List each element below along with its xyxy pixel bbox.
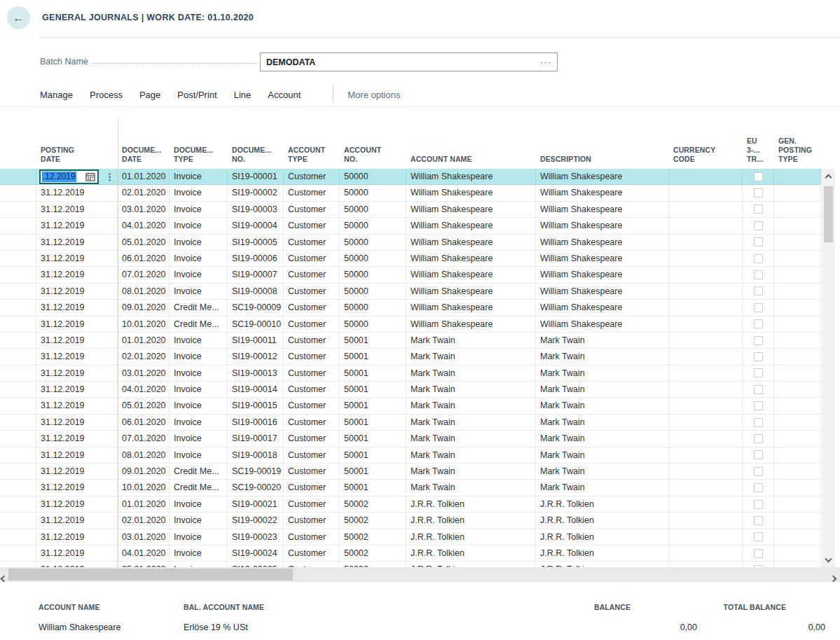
cell-account-no[interactable]: 50002 [340, 529, 406, 545]
cell-doc-date[interactable]: 09.01.2020 [118, 464, 170, 480]
cell-doc-type[interactable]: Invoice [170, 447, 228, 464]
table-row[interactable]: 31.12.201904.01.2020InvoiceSI19-00004Cus… [0, 218, 821, 234]
cell-doc-no[interactable]: SI19-00016 [228, 415, 284, 431]
column-header-account-no[interactable]: ACCOUNTNO. [340, 146, 406, 169]
cell-gen-posting-type[interactable] [774, 513, 821, 529]
cell-eu-3-party-trade[interactable] [743, 202, 774, 218]
cell-doc-date[interactable]: 08.01.2020 [118, 284, 170, 300]
cell-eu-3-party-trade[interactable] [743, 382, 774, 398]
cell-account-no[interactable]: 50000 [340, 202, 406, 218]
eu-3-party-trade-checkbox[interactable] [754, 204, 763, 214]
cell-description[interactable]: William Shakespeare [536, 284, 669, 300]
cell-posting-date[interactable]: 31.12.2019 [36, 284, 118, 300]
cell-eu-3-party-trade[interactable] [743, 545, 774, 562]
cell-currency-code[interactable] [669, 513, 743, 529]
eu-3-party-trade-checkbox[interactable] [754, 385, 763, 394]
cell-eu-3-party-trade[interactable] [743, 513, 774, 529]
cell-account-name[interactable]: J.R.R. Tolkien [406, 545, 536, 562]
cell-description[interactable]: Mark Twain [536, 447, 669, 464]
cell-gen-posting-type[interactable] [774, 349, 821, 365]
cell-posting-date[interactable]: 31.12.2019 [36, 218, 118, 234]
cell-eu-3-party-trade[interactable] [743, 415, 774, 431]
cell-doc-no[interactable]: SI19-00024 [228, 545, 284, 562]
cell-description[interactable]: Mark Twain [536, 366, 669, 382]
cell-doc-type[interactable]: Invoice [170, 267, 228, 283]
cell-doc-type[interactable]: Invoice [170, 529, 228, 545]
cell-doc-type[interactable]: Invoice [170, 284, 228, 300]
cell-posting-date[interactable]: 31.12.2019 [36, 513, 118, 529]
cell-posting-date[interactable]: .12.2019⋮ [36, 169, 118, 185]
cell-currency-code[interactable] [669, 464, 743, 480]
cell-doc-type[interactable]: Credit Me... [170, 464, 228, 480]
cell-eu-3-party-trade[interactable] [743, 185, 774, 201]
cell-description[interactable]: J.R.R. Tolkien [536, 513, 669, 529]
cell-doc-type[interactable]: Invoice [170, 185, 228, 201]
cell-account-name[interactable]: J.R.R. Tolkien [406, 529, 536, 545]
cell-doc-type[interactable]: Invoice [170, 496, 228, 513]
cell-doc-no[interactable]: SI19-00018 [228, 447, 284, 464]
cell-account-name[interactable]: William Shakespeare [406, 284, 536, 300]
cell-currency-code[interactable] [669, 218, 743, 234]
table-row[interactable]: 31.12.201903.01.2020InvoiceSI19-00013Cus… [0, 366, 821, 382]
posting-date-edit-input[interactable]: .12.2019 [39, 169, 99, 184]
cell-doc-no[interactable]: SC19-00010 [228, 316, 284, 333]
back-button[interactable]: ← [7, 6, 30, 29]
cell-account-name[interactable]: William Shakespeare [406, 267, 536, 283]
table-row[interactable]: 31.12.201906.01.2020InvoiceSI19-00006Cus… [0, 251, 821, 267]
cell-doc-date[interactable]: 06.01.2020 [118, 415, 170, 431]
cell-eu-3-party-trade[interactable] [743, 349, 774, 365]
table-row[interactable]: 31.12.201904.01.2020InvoiceSI19-00024Cus… [0, 545, 821, 562]
cell-account-name[interactable]: Mark Twain [406, 480, 536, 496]
table-row[interactable]: 31.12.201903.01.2020InvoiceSI19-00003Cus… [0, 202, 821, 218]
eu-3-party-trade-checkbox[interactable] [754, 418, 763, 427]
cell-doc-date[interactable]: 04.01.2020 [118, 545, 170, 562]
scroll-down-icon[interactable] [822, 552, 835, 566]
cell-gen-posting-type[interactable] [774, 415, 821, 431]
eu-3-party-trade-checkbox[interactable] [754, 336, 763, 345]
cell-account-type[interactable]: Customer [284, 447, 340, 464]
cell-currency-code[interactable] [669, 333, 743, 349]
cell-doc-date[interactable]: 01.01.2020 [118, 169, 170, 185]
cell-doc-type[interactable]: Invoice [170, 366, 228, 382]
cell-eu-3-party-trade[interactable] [743, 496, 774, 513]
eu-3-party-trade-checkbox[interactable] [754, 401, 763, 410]
cell-doc-type[interactable]: Invoice [170, 202, 228, 218]
cell-account-name[interactable]: J.R.R. Tolkien [406, 562, 536, 567]
cell-description[interactable]: William Shakespeare [536, 316, 669, 333]
cell-eu-3-party-trade[interactable] [743, 431, 774, 447]
cell-currency-code[interactable] [669, 284, 743, 300]
table-row[interactable]: 31.12.201902.01.2020InvoiceSI19-00022Cus… [0, 513, 821, 529]
cell-eu-3-party-trade[interactable] [743, 333, 774, 349]
cell-doc-type[interactable]: Invoice [170, 382, 228, 398]
cell-account-name[interactable]: Mark Twain [406, 398, 536, 414]
cell-description[interactable]: Mark Twain [536, 431, 669, 447]
cell-doc-no[interactable]: SC19-00020 [228, 480, 284, 496]
cell-doc-no[interactable]: SI19-00012 [228, 349, 284, 365]
cell-eu-3-party-trade[interactable] [743, 218, 774, 234]
cell-eu-3-party-trade[interactable] [743, 529, 774, 545]
table-row[interactable]: 31.12.201905.01.2020InvoiceSI19-00005Cus… [0, 235, 821, 251]
cell-account-type[interactable]: Customer [284, 529, 340, 545]
cell-doc-date[interactable]: 10.01.2020 [118, 480, 170, 496]
cell-posting-date[interactable]: 31.12.2019 [36, 480, 118, 496]
vertical-scrollbar[interactable] [822, 169, 835, 567]
cell-account-name[interactable]: William Shakespeare [406, 218, 536, 234]
cell-doc-no[interactable]: SI19-00004 [228, 218, 284, 234]
cell-doc-type[interactable]: Invoice [170, 513, 228, 529]
cell-eu-3-party-trade[interactable] [743, 447, 774, 464]
cell-doc-no[interactable]: SI19-00025 [228, 562, 284, 567]
cell-doc-no[interactable]: SI19-00014 [228, 382, 284, 398]
cell-doc-date[interactable]: 02.01.2020 [118, 185, 170, 201]
cell-account-no[interactable]: 50001 [340, 349, 406, 365]
cell-posting-date[interactable]: 31.12.2019 [36, 251, 118, 267]
table-row[interactable]: 31.12.201910.01.2020Credit Me...SC19-000… [0, 480, 821, 496]
column-header-doc-type[interactable]: DOCUME...TYPE [170, 146, 228, 169]
cell-description[interactable]: Mark Twain [536, 333, 669, 349]
cell-description[interactable]: J.R.R. Tolkien [536, 496, 669, 513]
cell-description[interactable]: Mark Twain [536, 382, 669, 398]
cell-gen-posting-type[interactable] [774, 218, 821, 234]
cell-doc-type[interactable]: Invoice [170, 349, 228, 365]
cell-account-no[interactable]: 50001 [340, 366, 406, 382]
cell-doc-no[interactable]: SC19-00019 [228, 464, 284, 480]
cell-gen-posting-type[interactable] [774, 202, 821, 218]
